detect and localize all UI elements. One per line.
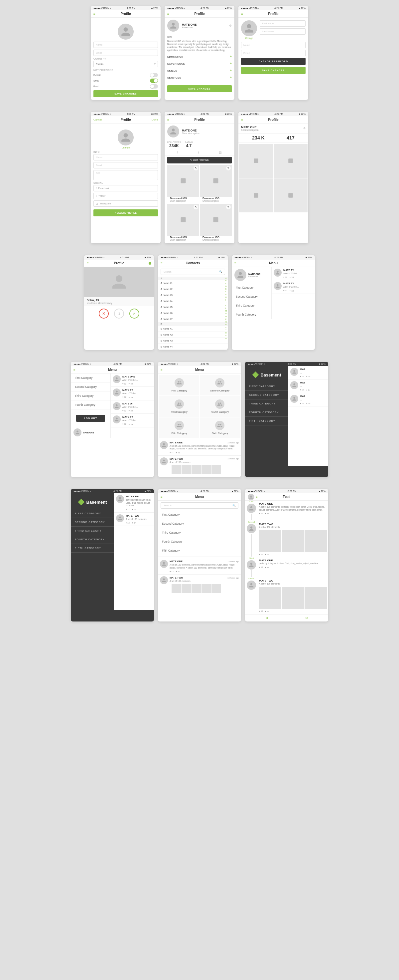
photo-img-3[interactable]: ✎ — [167, 204, 199, 236]
first-name-field[interactable]: First Name — [260, 20, 306, 27]
menu-item-first[interactable]: First Category — [71, 374, 110, 382]
dark-menu-3[interactable]: THIRD CATEGORY — [245, 399, 288, 408]
menu-item-second[interactable]: Second Category — [232, 292, 271, 301]
photo-cell-3[interactable] — [239, 178, 273, 212]
twitter-item[interactable]: t Twitter — [93, 193, 158, 199]
bio-collapse[interactable]: — — [228, 35, 232, 39]
share-icon[interactable]: ▤ — [219, 151, 222, 154]
search-bar[interactable]: Search 🔍 — [161, 269, 225, 275]
education-section[interactable]: EDUCATION + — [165, 53, 234, 60]
menu-s-4[interactable]: Fourth Category — [158, 537, 241, 546]
grid-item-4[interactable]: Fourth Category — [200, 396, 240, 417]
gear-icon[interactable]: ⚙ — [303, 127, 306, 130]
name-field[interactable]: Name — [93, 41, 158, 48]
photo-cell-4[interactable] — [274, 178, 307, 212]
email-toggle[interactable] — [150, 73, 158, 77]
contact-a2[interactable]: A name #2 — [158, 286, 228, 292]
like-button[interactable]: ✓ — [129, 309, 139, 318]
grid-item-2[interactable]: Second Category — [200, 375, 240, 396]
edit-profile-button[interactable]: ✎ EDIT PROFILE — [167, 157, 232, 164]
photo-cell-2[interactable] — [274, 144, 307, 178]
push-toggle[interactable] — [150, 84, 158, 89]
contact-a5[interactable]: A name #5 — [158, 304, 228, 310]
twitter-icon[interactable]: t — [198, 151, 199, 154]
grid-item-3[interactable]: Third Category — [159, 396, 199, 417]
avatar[interactable] — [118, 129, 134, 145]
photo-edit-4[interactable]: ✎ — [226, 205, 231, 209]
last-name-field[interactable]: Last Name — [260, 28, 306, 35]
dark-menu-2[interactable]: SECOND CATEGORY — [245, 391, 288, 399]
menu-icon[interactable]: ≡ — [93, 12, 95, 16]
dark2-menu-3[interactable]: THIRD CATEGORY — [71, 527, 114, 535]
menu-s-2[interactable]: Second Category — [158, 519, 241, 528]
cancel-button[interactable]: Cancel — [93, 118, 102, 121]
menu-item-fourth[interactable]: Fourth Category — [71, 401, 110, 409]
dark-menu-4[interactable]: FOURTH CATEGORY — [245, 408, 288, 417]
search-bar[interactable]: Search 🔍 — [161, 502, 238, 509]
menu-item-fourth[interactable]: Fourth Category — [232, 310, 271, 319]
photo-edit-1[interactable]: ✎ — [193, 166, 198, 170]
save-changes-button[interactable]: SAVE CHANGES — [93, 90, 158, 97]
menu-s-3[interactable]: Third Category — [158, 528, 241, 537]
grid-item-6[interactable]: Sixth Category — [200, 417, 240, 438]
grid-item-1[interactable]: First Category — [159, 375, 199, 396]
menu-item-first[interactable]: First Category — [232, 283, 271, 292]
name-field[interactable]: Name — [93, 154, 158, 161]
menu-icon[interactable]: ≡ — [161, 495, 163, 499]
menu-icon[interactable]: ≡ — [87, 261, 89, 265]
avatar[interactable] — [118, 24, 134, 40]
menu-icon[interactable]: ≡ — [256, 495, 258, 499]
done-button[interactable]: Done — [152, 118, 158, 121]
dark-menu-5[interactable]: FIFTH CATEGORY — [245, 417, 288, 425]
menu-icon[interactable]: ≡ — [73, 368, 76, 371]
gear-icon[interactable]: ⚙ — [229, 24, 232, 27]
photo-cell-1[interactable] — [239, 144, 273, 178]
dark2-menu-2[interactable]: SECOND CATEGORY — [71, 518, 114, 527]
menu-item-third[interactable]: Third Category — [232, 301, 271, 310]
dark2-menu-1[interactable]: FIRST CATEGORY — [71, 509, 114, 518]
email-field[interactable]: Email — [93, 162, 158, 169]
search-icon[interactable]: 🔍 — [219, 270, 222, 273]
menu-icon[interactable]: ≡ — [161, 261, 163, 265]
change-label[interactable]: Change — [122, 146, 130, 149]
menu-s-1[interactable]: First Category — [158, 510, 241, 519]
menu-icon[interactable]: ≡ — [167, 118, 169, 121]
contact-b2[interactable]: B name #2 — [158, 332, 228, 338]
email-field[interactable]: Email — [241, 50, 306, 56]
save-changes-button[interactable]: SAVE CHANGES — [167, 85, 232, 92]
menu-item-third[interactable]: Third Category — [71, 391, 110, 401]
search-icon[interactable]: 🔍 — [233, 504, 236, 507]
refresh-icon[interactable]: ↺ — [305, 616, 308, 620]
services-section[interactable]: SERVICES + — [165, 74, 234, 81]
avatar[interactable] — [241, 20, 257, 36]
dark2-menu-5[interactable]: FIFTH CATEGORY — [71, 544, 114, 552]
save-changes-button[interactable]: SAVE CHANGES — [241, 67, 306, 74]
dark-menu-1[interactable]: FIRST CATEGORY — [245, 382, 288, 391]
photo-img-2[interactable]: ✎ — [200, 165, 232, 197]
skills-section[interactable]: SKILLS + — [165, 67, 234, 74]
change-label[interactable]: Change — [241, 37, 257, 39]
contact-a7[interactable]: A name #7 — [158, 316, 228, 322]
dislike-button[interactable]: ✕ — [99, 309, 109, 318]
photo-edit-2[interactable]: ✎ — [226, 166, 231, 170]
contact-b3[interactable]: B name #3 — [158, 338, 228, 344]
change-password-button[interactable]: CHANGE PASSWORD — [241, 58, 306, 65]
name-field[interactable]: Name — [241, 42, 306, 48]
menu-s-5[interactable]: Fifth Category — [158, 546, 241, 555]
menu-icon[interactable]: ≡ — [234, 261, 236, 265]
menu-icon[interactable]: ≡ — [241, 118, 243, 121]
menu-icon[interactable]: ≡ — [161, 368, 163, 371]
sms-toggle[interactable] — [150, 78, 158, 83]
contact-a4[interactable]: A name #4 — [158, 298, 228, 304]
contact-b1[interactable]: B name #1 — [158, 326, 228, 332]
menu-icon[interactable]: ≡ — [241, 12, 243, 16]
country-select[interactable]: Russia▾ — [93, 61, 158, 67]
contact-a1[interactable]: A name #1 — [158, 280, 228, 286]
contact-a6[interactable]: A name #6 — [158, 310, 228, 316]
instagram-item[interactable]: ◻ Instagram — [93, 200, 158, 207]
dark2-menu-4[interactable]: FOURTH CATEGORY — [71, 535, 114, 544]
menu-item-second[interactable]: Second Category — [71, 382, 110, 391]
photo-img-1[interactable]: ✎ — [167, 165, 199, 197]
settings-icon[interactable]: ⚙ — [265, 616, 268, 620]
photo-img-4[interactable]: ✎ — [200, 204, 232, 236]
